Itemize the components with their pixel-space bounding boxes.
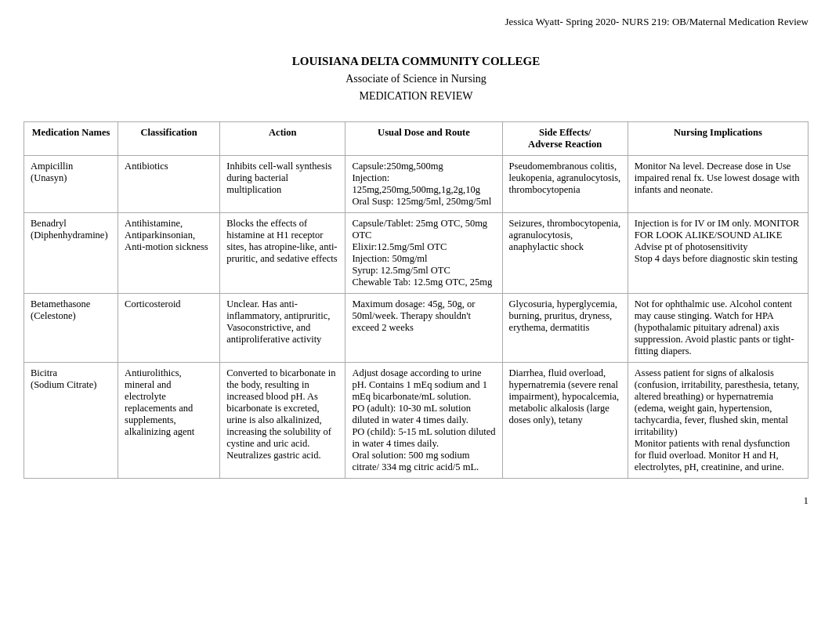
cell-dose-0: Capsule:250mg,500mgInjection: 125mg,250m… bbox=[345, 155, 502, 212]
cell-side_effects-2: Glycosuria, hyperglycemia, burning, prur… bbox=[502, 293, 628, 362]
cell-side_effects-0: Pseudomembranous colitis, leukopenia, ag… bbox=[502, 155, 628, 212]
cell-name-1: Benadryl (Diphenhydramine) bbox=[24, 212, 118, 293]
cell-nursing-1: Injection is for IV or IM only. MONITOR … bbox=[628, 212, 808, 293]
page-number: 1 bbox=[24, 494, 808, 507]
cell-nursing-3: Assess patient for signs of alkalosis (c… bbox=[628, 362, 808, 478]
col-header-dose: Usual Dose and Route bbox=[345, 121, 502, 155]
cell-side_effects-1: Seizures, thrombocytopenia, agranulocyto… bbox=[502, 212, 628, 293]
cell-action-0: Inhibits cell-wall synthesis during bact… bbox=[220, 155, 345, 212]
cell-dose-2: Maximum dosage: 45g, 50g, or 50ml/week. … bbox=[345, 293, 502, 362]
college-name: LOUISIANA DELTA COMMUNITY COLLEGE bbox=[24, 52, 808, 71]
cell-action-1: Blocks the effects of histamine at H1 re… bbox=[220, 212, 345, 293]
cell-name-2: Betamethasone (Celestone) bbox=[24, 293, 118, 362]
header-top-right: Jessica Wyatt- Spring 2020- NURS 219: OB… bbox=[24, 16, 808, 28]
col-header-side-effects: Side Effects/Adverse Reaction bbox=[502, 121, 628, 155]
cell-side_effects-3: Diarrhea, fluid overload, hypernatremia … bbox=[502, 362, 628, 478]
col-header-classification: Classification bbox=[118, 121, 220, 155]
cell-nursing-2: Not for ophthalmic use. Alcohol content … bbox=[628, 293, 808, 362]
course-line: MEDICATION REVIEW bbox=[24, 88, 808, 105]
cell-nursing-0: Monitor Na level. Decrease dose in Use i… bbox=[628, 155, 808, 212]
cell-dose-1: Capsule/Tablet: 25mg OTC, 50mg OTCElixir… bbox=[345, 212, 502, 293]
table-row: Betamethasone (Celestone)CorticosteroidU… bbox=[24, 293, 808, 362]
cell-dose-3: Adjust dosage according to urine pH. Con… bbox=[345, 362, 502, 478]
cell-classification-1: Antihistamine, Antiparkinsonian, Anti-mo… bbox=[118, 212, 220, 293]
cell-classification-3: Antiurolithics, mineral and electrolyte … bbox=[118, 362, 220, 478]
medication-table: Medication Names Classification Action U… bbox=[24, 121, 808, 479]
table-row: Benadryl (Diphenhydramine)Antihistamine,… bbox=[24, 212, 808, 293]
cell-action-3: Converted to bicarbonate in the body, re… bbox=[220, 362, 345, 478]
cell-name-3: Bicitra(Sodium Citrate) bbox=[24, 362, 118, 478]
col-header-medication: Medication Names bbox=[24, 121, 118, 155]
table-row: Ampicillin (Unasyn)AntibioticsInhibits c… bbox=[24, 155, 808, 212]
table-row: Bicitra(Sodium Citrate)Antiurolithics, m… bbox=[24, 362, 808, 478]
cell-classification-2: Corticosteroid bbox=[118, 293, 220, 362]
degree-line: Associate of Science in Nursing bbox=[24, 71, 808, 88]
cell-action-2: Unclear. Has anti-inflammatory, antiprur… bbox=[220, 293, 345, 362]
col-header-nursing: Nursing Implications bbox=[628, 121, 808, 155]
cell-classification-0: Antibiotics bbox=[118, 155, 220, 212]
cell-name-0: Ampicillin (Unasyn) bbox=[24, 155, 118, 212]
col-header-action: Action bbox=[220, 121, 345, 155]
